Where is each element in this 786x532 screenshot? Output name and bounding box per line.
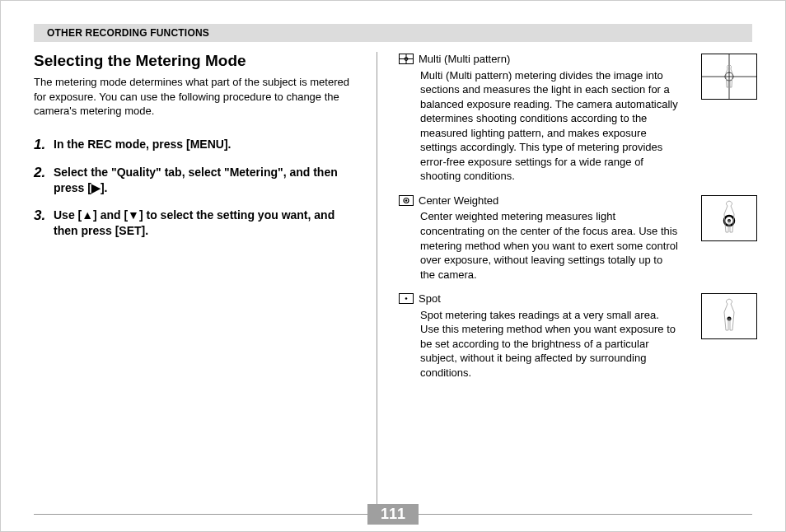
mode-title-text: Center Weighted — [419, 194, 498, 208]
metering-mode-multi: Multi (Multi pattern) Multi (Multi patte… — [399, 52, 752, 184]
page-footer: 111 — [34, 504, 752, 525]
mode-title-text: Multi (Multi pattern) — [419, 52, 510, 67]
step-text: Select the "Quality" tab, select "Meteri… — [54, 165, 362, 196]
spot-icon — [399, 293, 414, 304]
column-divider — [377, 52, 377, 513]
step-text: In the REC mode, press [MENU]. — [54, 137, 231, 152]
step-number: 3. — [34, 208, 54, 224]
mode-description: Multi (Multi pattern) metering divides t… — [420, 68, 678, 184]
mode-heading: Spot — [399, 292, 678, 306]
mode-heading: Center Weighted — [399, 194, 678, 208]
step-number: 1. — [34, 137, 54, 153]
center-weighted-icon — [399, 195, 414, 206]
mode-heading: Multi (Multi pattern) — [399, 52, 678, 67]
step-item: 3. Use [▲] and [▼] to select the setting… — [34, 208, 362, 239]
svg-point-10 — [405, 298, 408, 301]
right-column: Multi (Multi pattern) Multi (Multi patte… — [384, 52, 752, 513]
intro-paragraph: The metering mode determines what part o… — [34, 75, 362, 119]
step-number: 2. — [34, 165, 54, 181]
step-item: 2. Select the "Quality" tab, select "Met… — [34, 165, 362, 196]
metering-mode-spot: Spot Spot metering takes readings at a v… — [399, 292, 752, 380]
svg-point-7 — [405, 199, 407, 201]
manual-page: OTHER RECORDING FUNCTIONS Selecting the … — [0, 0, 786, 532]
footer-rule-left — [34, 514, 367, 515]
mode-illustration-center — [701, 195, 757, 241]
metering-mode-center: Center Weighted Center weighted metering… — [399, 194, 752, 282]
step-item: 1. In the REC mode, press [MENU]. — [34, 137, 362, 153]
steps-list: 1. In the REC mode, press [MENU]. 2. Sel… — [34, 137, 362, 239]
left-column: Selecting the Metering Mode The metering… — [34, 52, 377, 513]
mode-illustration-multi — [701, 54, 757, 100]
mode-title-text: Spot — [419, 292, 441, 306]
mode-illustration-spot — [701, 293, 757, 339]
step-text: Use [▲] and [▼] to select the setting yo… — [54, 208, 362, 239]
mode-description: Spot metering takes readings at a very s… — [420, 308, 678, 380]
page-title: Selecting the Metering Mode — [34, 52, 362, 70]
footer-rule-right — [419, 514, 752, 515]
section-header-text: OTHER RECORDING FUNCTIONS — [47, 27, 209, 39]
section-header-bar: OTHER RECORDING FUNCTIONS — [34, 24, 752, 42]
multi-pattern-icon — [399, 54, 414, 64]
content-columns: Selecting the Metering Mode The metering… — [34, 52, 752, 513]
mode-description: Center weighted metering measures light … — [420, 209, 678, 282]
page-number: 111 — [367, 504, 419, 525]
